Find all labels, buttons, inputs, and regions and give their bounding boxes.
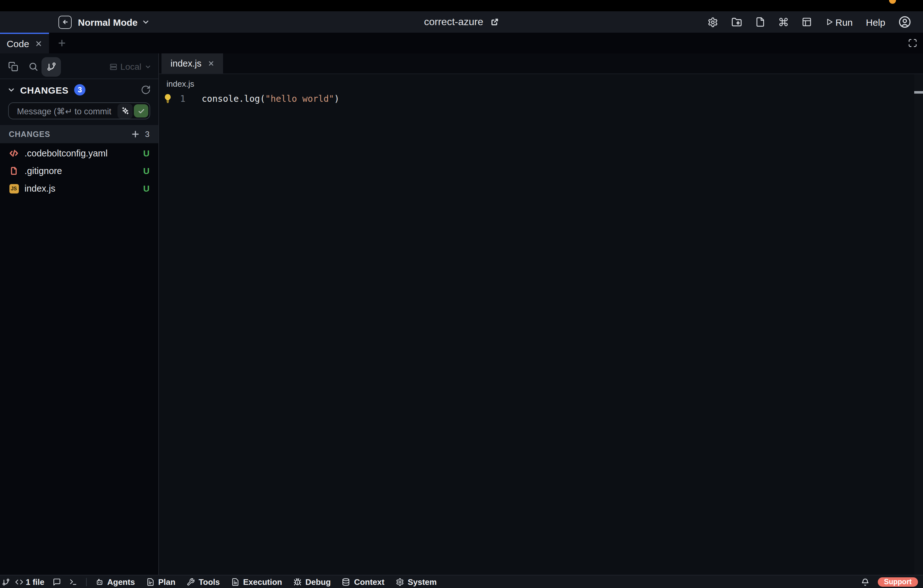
statusbar-item-debug[interactable]: Debug (294, 577, 331, 586)
tab-code-label: Code (7, 38, 29, 49)
status-bar: 1 file Agents Plan (0, 575, 923, 588)
statusbar-divider (86, 578, 86, 586)
files-copy-icon[interactable] (8, 62, 18, 72)
code-content: console.log("hello world") (202, 93, 339, 103)
file-icon[interactable] (755, 17, 765, 27)
code-line-1[interactable]: 1 console.log("hello world") (159, 92, 923, 105)
commit-placeholder: Message (⌘↵ to commit (17, 106, 118, 116)
file-name: index.js (25, 184, 55, 194)
commit-button[interactable] (134, 104, 148, 117)
changes-section-header: CHANGES 3 (0, 125, 158, 143)
file-row-indexjs[interactable]: JS index.js U (0, 180, 158, 197)
sidebar-toolbar: Local (0, 57, 158, 77)
header-actions: Run Help (707, 16, 911, 28)
changes-header[interactable]: CHANGES 3 (0, 80, 158, 100)
bell-icon[interactable] (861, 577, 870, 586)
changes-count-badge: 3 (74, 84, 85, 95)
run-label: Run (835, 16, 852, 27)
refresh-icon[interactable] (141, 85, 151, 95)
breadcrumb[interactable]: index.js (166, 79, 923, 89)
changed-files-list: .codeboltconfig.yaml U .gitignore U JS i… (0, 143, 158, 575)
document-icon (231, 578, 240, 586)
tab-code[interactable]: Code (0, 33, 49, 53)
run-button[interactable]: Run (824, 16, 852, 27)
statusbar-right: Support (861, 577, 918, 586)
file-count[interactable]: 1 file (26, 577, 44, 586)
statusbar-item-plan[interactable]: Plan (146, 577, 175, 586)
robot-icon (95, 578, 103, 586)
main-area: Local CHANGES 3 Message (⌘↵ to commit (0, 53, 923, 575)
code-file-icon (9, 148, 19, 158)
js-file-icon: JS (9, 184, 19, 193)
chevron-down-icon (145, 63, 151, 70)
header-bar: Normal Mode correct-azure (0, 11, 923, 33)
wrench-icon (187, 578, 195, 586)
close-icon[interactable] (208, 60, 214, 67)
sidebar-divider (0, 79, 158, 79)
section-count: 3 (145, 130, 149, 139)
top-strip (0, 0, 923, 11)
terminal-icon[interactable] (69, 578, 77, 586)
code-editor: index.js index.js 1 console.log("hello w… (159, 53, 923, 575)
close-icon[interactable] (36, 40, 43, 47)
file-name: .codeboltconfig.yaml (25, 148, 107, 158)
layout-panel-icon[interactable] (801, 17, 811, 27)
command-icon[interactable] (778, 17, 788, 27)
add-tab-button[interactable] (58, 39, 66, 47)
code-close: ) (334, 93, 339, 103)
editor-tab-indexjs[interactable]: index.js (161, 53, 223, 74)
file-name: .gitignore (25, 166, 62, 176)
ai-sparkle-button[interactable] (118, 103, 133, 118)
project-title: correct-azure (424, 16, 483, 28)
statusbar-item-execution[interactable]: Execution (231, 577, 282, 586)
editor-scrollbar[interactable] (914, 74, 923, 575)
code-brackets-icon[interactable] (15, 578, 23, 586)
user-avatar-icon[interactable] (898, 16, 911, 28)
bug-icon (294, 578, 302, 586)
scrollbar-thumb[interactable] (914, 91, 923, 93)
back-button[interactable] (58, 15, 72, 29)
git-status-untracked: U (143, 184, 149, 194)
stage-all-plus-icon[interactable] (131, 130, 140, 138)
folder-settings-icon[interactable] (731, 16, 742, 27)
code-string: "hello world" (265, 93, 334, 103)
support-button[interactable]: Support (878, 577, 918, 586)
git-branch-tab-active[interactable] (41, 57, 61, 76)
changes-title: CHANGES (20, 84, 69, 95)
app-window: Normal Mode correct-azure (0, 0, 923, 588)
recording-indicator-dot (889, 0, 896, 4)
editor-tabbar: index.js (159, 53, 923, 74)
help-button[interactable]: Help (866, 16, 885, 27)
document-icon (146, 578, 154, 586)
plain-file-icon (9, 166, 19, 175)
file-row-gitignore[interactable]: .gitignore U (0, 162, 158, 180)
server-icon (109, 62, 117, 71)
section-title: CHANGES (9, 130, 50, 138)
chevron-down-icon[interactable] (8, 86, 15, 94)
fullscreen-icon[interactable] (908, 38, 917, 48)
lightbulb-icon[interactable] (164, 93, 172, 103)
file-row-codeboltconfig[interactable]: .codeboltconfig.yaml U (0, 145, 158, 162)
git-status-untracked: U (143, 148, 149, 158)
statusbar-item-agents[interactable]: Agents (95, 577, 135, 586)
commit-message-input[interactable]: Message (⌘↵ to commit (8, 102, 150, 119)
statusbar-left: 1 file Agents Plan (2, 577, 448, 586)
line-number: 1 (174, 93, 186, 103)
branch-scope-selector[interactable]: Local (109, 62, 151, 72)
workspace-tabstrip: Code (0, 33, 923, 53)
statusbar-item-system[interactable]: System (396, 577, 437, 586)
mode-selector-label[interactable]: Normal Mode (78, 16, 138, 27)
chevron-down-icon[interactable] (142, 18, 149, 26)
search-icon[interactable] (28, 62, 38, 72)
statusbar-item-context[interactable]: Context (342, 577, 384, 586)
git-status-untracked: U (143, 166, 149, 176)
gear-icon (396, 578, 404, 586)
branch-scope-label: Local (120, 62, 141, 72)
comment-bubble-icon[interactable] (53, 578, 61, 586)
git-branch-icon[interactable] (2, 578, 10, 586)
external-link-icon[interactable] (490, 18, 499, 26)
editor-tab-label: index.js (171, 58, 201, 69)
settings-gear-icon[interactable] (707, 16, 718, 27)
database-icon (342, 578, 350, 586)
statusbar-item-tools[interactable]: Tools (187, 577, 220, 586)
